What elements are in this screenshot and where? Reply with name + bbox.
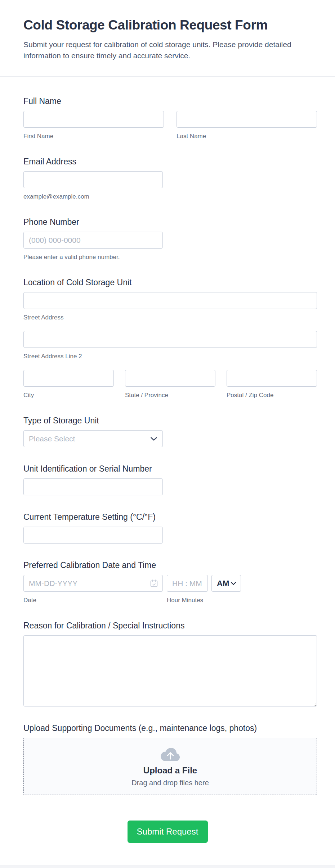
- time-sublabel: Hour Minutes: [167, 596, 203, 604]
- upload-label: Upload Supporting Documents (e.g., maint…: [23, 723, 312, 733]
- street-address-input[interactable]: [23, 292, 317, 309]
- street-address-2-sublabel: Street Address Line 2: [23, 353, 312, 360]
- serial-label: Unit Identification or Serial Number: [23, 464, 312, 474]
- city-input[interactable]: [23, 370, 114, 387]
- reason-label: Reason for Calibration / Special Instruc…: [23, 621, 312, 631]
- field-reason: Reason for Calibration / Special Instruc…: [23, 621, 312, 706]
- file-upload-dropzone[interactable]: Upload a File Drag and drop files here: [23, 738, 317, 795]
- street-address-2-input[interactable]: [23, 331, 317, 348]
- form-body: Full Name First Name Last Name Email Add…: [0, 77, 335, 795]
- chevron-down-icon: [231, 582, 236, 585]
- field-full-name: Full Name First Name Last Name: [23, 96, 312, 140]
- field-phone: Phone Number Please enter a valid phone …: [23, 217, 312, 261]
- first-name-sublabel: First Name: [23, 132, 164, 140]
- phone-label: Phone Number: [23, 217, 312, 227]
- storage-type-label: Type of Storage Unit: [23, 415, 312, 426]
- phone-input[interactable]: [23, 232, 163, 249]
- location-label: Location of Cold Storage Unit: [23, 277, 312, 287]
- page-subtitle: Submit your request for calibration of c…: [23, 39, 303, 61]
- street-address-sublabel: Street Address: [23, 314, 312, 321]
- postal-sublabel: Postal / Zip Code: [227, 391, 317, 399]
- upload-hint: Drag and drop files here: [131, 779, 209, 787]
- temperature-label: Current Temperature Setting (°C/°F): [23, 512, 312, 522]
- field-temperature: Current Temperature Setting (°C/°F): [23, 512, 312, 544]
- field-email: Email Address example@example.com: [23, 156, 312, 200]
- form-page: Cold Storage Calibration Request Form Su…: [0, 0, 335, 868]
- ampm-value: AM: [217, 579, 229, 588]
- serial-input[interactable]: [23, 478, 163, 495]
- field-upload: Upload Supporting Documents (e.g., maint…: [23, 723, 312, 795]
- first-name-input[interactable]: [23, 111, 164, 128]
- field-serial: Unit Identification or Serial Number: [23, 464, 312, 495]
- email-label: Email Address: [23, 156, 312, 167]
- date-sublabel: Date: [23, 596, 163, 604]
- postal-input[interactable]: [227, 370, 317, 387]
- phone-sublabel: Please enter a valid phone number.: [23, 253, 312, 261]
- email-input[interactable]: [23, 171, 163, 188]
- state-sublabel: State / Province: [125, 391, 215, 399]
- storage-type-placeholder: Please Select: [29, 435, 75, 443]
- last-name-input[interactable]: [177, 111, 317, 128]
- calendar-icon[interactable]: [150, 579, 158, 589]
- field-datetime: Preferred Calibration Date and Time: [23, 560, 312, 604]
- temperature-input[interactable]: [23, 527, 163, 544]
- page-bottom-band: [0, 865, 335, 868]
- last-name-sublabel: Last Name: [177, 132, 317, 140]
- date-input[interactable]: [23, 575, 163, 592]
- field-location: Location of Cold Storage Unit Street Add…: [23, 277, 312, 399]
- submit-section: Submit Request: [0, 807, 335, 860]
- form-header: Cold Storage Calibration Request Form Su…: [0, 0, 335, 76]
- city-sublabel: City: [23, 391, 114, 399]
- chevron-down-icon: [150, 437, 157, 441]
- ampm-select[interactable]: AM: [211, 575, 241, 592]
- full-name-label: Full Name: [23, 96, 312, 106]
- email-sublabel: example@example.com: [23, 193, 312, 200]
- datetime-label: Preferred Calibration Date and Time: [23, 560, 312, 570]
- upload-title: Upload a File: [143, 765, 197, 776]
- field-storage-type: Type of Storage Unit Please Select: [23, 415, 312, 447]
- reason-textarea[interactable]: [23, 635, 317, 706]
- time-input[interactable]: [167, 575, 208, 592]
- page-title: Cold Storage Calibration Request Form: [23, 17, 312, 33]
- submit-request-button[interactable]: Submit Request: [128, 821, 208, 843]
- storage-type-select[interactable]: Please Select: [23, 430, 163, 447]
- state-input[interactable]: [125, 370, 215, 387]
- cloud-upload-icon: [160, 746, 181, 762]
